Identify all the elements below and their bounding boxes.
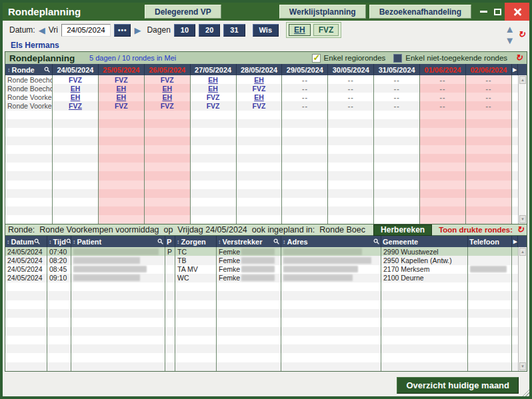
assignment-link[interactable]: FVZ [161, 102, 174, 110]
assignment-link[interactable]: EH [71, 93, 81, 101]
planning-cell[interactable] [420, 128, 466, 137]
planning-cell[interactable] [328, 111, 374, 119]
planning-cell[interactable] [191, 181, 237, 189]
planning-cell[interactable] [420, 198, 466, 206]
planning-cell[interactable] [145, 119, 191, 128]
planning-cell[interactable] [191, 145, 237, 154]
planning-cell[interactable] [191, 198, 237, 206]
ronde-name-cell[interactable]: Ronde Boecho [5, 84, 53, 93]
column-header-zorgen[interactable]: ↕Zorgen [175, 236, 217, 247]
planning-cell[interactable] [53, 145, 99, 154]
scroll-down-icon[interactable]: ▼ [505, 37, 515, 45]
planning-cell[interactable] [466, 198, 512, 206]
planning-cell[interactable] [99, 119, 145, 128]
planning-cell[interactable]: -- [374, 101, 420, 110]
planning-cell[interactable] [466, 145, 512, 154]
planning-cell[interactable] [237, 181, 283, 189]
planning-cell[interactable] [99, 181, 145, 189]
planning-cell[interactable]: -- [328, 93, 374, 101]
planning-cell[interactable] [328, 189, 374, 198]
planning-cell[interactable]: -- [374, 84, 420, 93]
planning-cell[interactable] [99, 145, 145, 154]
planning-cell[interactable]: -- [466, 75, 512, 84]
search-icon-wrap[interactable] [44, 67, 50, 73]
planning-cell[interactable] [328, 163, 374, 171]
planning-cell[interactable] [237, 189, 283, 198]
ronde-name-cell[interactable] [5, 128, 53, 137]
planning-cell[interactable] [191, 111, 237, 119]
assignment-link[interactable]: EH [254, 76, 264, 84]
date-column-header[interactable]: 28/05/2024 [237, 64, 283, 75]
ronde-name-cell[interactable] [5, 111, 53, 119]
planning-cell[interactable] [466, 215, 512, 224]
assignment-link[interactable]: EH [254, 93, 264, 101]
planning-cell[interactable] [99, 137, 145, 145]
planning-cell[interactable] [99, 154, 145, 163]
maximize-button[interactable] [491, 3, 505, 21]
planning-cell[interactable] [420, 215, 466, 224]
planning-cell[interactable] [420, 181, 466, 189]
ronde-name-cell[interactable] [5, 171, 53, 180]
ronde-name-cell[interactable]: Ronde Voorke [5, 93, 53, 101]
planning-cell[interactable] [374, 189, 420, 198]
planning-cell[interactable] [191, 137, 237, 145]
planning-cell[interactable]: -- [282, 75, 328, 84]
date-column-header[interactable]: 01/06/2024 [420, 64, 466, 75]
column-header-datum[interactable]: ↕Datum [5, 236, 47, 247]
assignment-link[interactable]: FVZ [253, 85, 266, 93]
next-day-arrow-icon[interactable]: ▶ [134, 26, 141, 35]
planning-cell[interactable] [237, 111, 283, 119]
planning-cell[interactable]: FVZ [237, 101, 283, 110]
planning-cell[interactable] [237, 145, 283, 154]
planning-cell[interactable] [328, 215, 374, 224]
planning-cell[interactable] [420, 154, 466, 163]
planning-cell[interactable] [99, 189, 145, 198]
planning-cell[interactable] [145, 145, 191, 154]
assignment-link[interactable]: EH [208, 85, 218, 93]
ronde-name-cell[interactable] [5, 163, 53, 171]
ronde-name-cell[interactable] [5, 198, 53, 206]
assignment-link[interactable]: EH [117, 85, 127, 93]
search-icon-wrap[interactable] [66, 238, 71, 244]
search-icon-wrap[interactable] [273, 238, 279, 244]
bezoekenafhandeling-button[interactable]: Bezoekenafhandeling [369, 5, 471, 19]
planning-cell[interactable] [53, 189, 99, 198]
assignment-link[interactable]: FVZ [115, 76, 128, 84]
scrollbar-up-icon[interactable]: ▲ [519, 248, 526, 256]
date-column-header[interactable]: 30/05/2024 [328, 64, 374, 75]
planning-cell[interactable] [53, 198, 99, 206]
planning-cell[interactable] [53, 171, 99, 180]
planning-cell[interactable] [191, 163, 237, 171]
planning-cell[interactable] [145, 198, 191, 206]
planning-cell[interactable] [237, 198, 283, 206]
planning-cell[interactable] [282, 119, 328, 128]
planning-cell[interactable] [237, 137, 283, 145]
assignment-link[interactable]: EH [162, 85, 172, 93]
planning-cell[interactable] [328, 128, 374, 137]
planning-cell[interactable]: -- [374, 75, 420, 84]
planning-cell[interactable]: -- [328, 84, 374, 93]
planning-cell[interactable]: FVZ [145, 101, 191, 110]
planning-cell[interactable] [328, 137, 374, 145]
planning-cell[interactable]: EH [53, 93, 99, 101]
planning-cell[interactable] [282, 154, 328, 163]
date-column-header[interactable]: 25/05/2024 [99, 64, 145, 75]
search-icon-wrap[interactable] [157, 238, 163, 244]
planning-cell[interactable] [374, 119, 420, 128]
planning-cell[interactable] [328, 181, 374, 189]
planning-cell[interactable] [53, 128, 99, 137]
planning-cell[interactable] [466, 111, 512, 119]
planning-cell[interactable]: EH [145, 84, 191, 93]
visits-table-scrollbar[interactable]: ▲ ▼ [518, 247, 527, 371]
search-icon-wrap[interactable] [34, 238, 40, 244]
planning-cell[interactable]: FVZ [99, 101, 145, 110]
planning-cell[interactable]: -- [420, 84, 466, 93]
planning-cell[interactable] [53, 154, 99, 163]
ronde-name-cell[interactable]: Ronde Boecho [5, 75, 53, 84]
planning-cell[interactable]: EH [191, 84, 237, 93]
planning-cell[interactable] [282, 128, 328, 137]
planning-cell[interactable] [99, 163, 145, 171]
planning-cell[interactable] [282, 137, 328, 145]
planning-cell[interactable]: -- [282, 101, 328, 110]
rounds-table-scrollbar[interactable]: ▲ ▼ [518, 75, 527, 224]
